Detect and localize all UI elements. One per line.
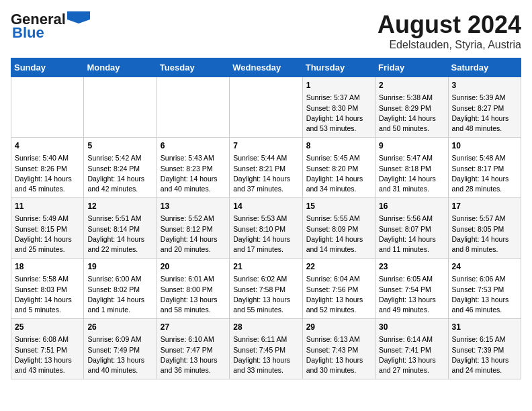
calendar-cell: 12Sunrise: 5:51 AMSunset: 8:14 PMDayligh…	[84, 198, 157, 259]
day-number: 8	[306, 140, 371, 152]
day-info-line: Sunset: 8:30 PM	[306, 103, 371, 113]
day-number: 10	[452, 140, 517, 152]
day-info-line: Sunset: 7:49 PM	[87, 345, 152, 355]
day-info-line: Sunset: 7:51 PM	[15, 345, 80, 355]
day-info-line: Sunrise: 6:13 AM	[306, 334, 371, 345]
day-info-line: Sunrise: 6:09 AM	[87, 334, 152, 345]
day-info-line: Daylight: 13 hours	[233, 355, 298, 365]
col-header-thursday: Thursday	[302, 58, 375, 77]
day-info-line: Daylight: 13 hours	[15, 355, 80, 365]
day-info-line: Sunset: 7:47 PM	[161, 345, 226, 355]
calendar-cell: 20Sunrise: 6:01 AMSunset: 8:00 PMDayligh…	[157, 259, 229, 319]
day-info-line: Sunrise: 6:10 AM	[161, 334, 226, 345]
day-info-line: Sunrise: 5:42 AM	[87, 153, 152, 163]
day-info-line: and 50 minutes.	[379, 124, 444, 134]
calendar-cell: 8Sunrise: 5:45 AMSunset: 8:20 PMDaylight…	[302, 138, 375, 198]
calendar-week-row: 18Sunrise: 5:58 AMSunset: 8:03 PMDayligh…	[11, 259, 521, 319]
day-info-line: Sunrise: 6:06 AM	[452, 274, 517, 284]
day-number: 7	[233, 140, 298, 152]
day-info-line: Sunset: 8:00 PM	[161, 285, 226, 295]
day-info-line: Sunrise: 5:53 AM	[233, 214, 298, 224]
day-number: 26	[87, 322, 152, 333]
col-header-sunday: Sunday	[11, 58, 84, 77]
col-header-friday: Friday	[375, 58, 448, 77]
day-info-line: Daylight: 13 hours	[233, 295, 298, 305]
day-info-line: Sunrise: 6:14 AM	[379, 334, 444, 345]
day-number: 25	[15, 322, 80, 333]
day-info-line: Sunrise: 5:55 AM	[306, 214, 371, 224]
day-info-line: Sunset: 8:15 PM	[15, 224, 80, 234]
day-info-line: Sunrise: 5:56 AM	[379, 214, 444, 224]
day-info-line: Sunrise: 6:08 AM	[15, 334, 80, 345]
day-info-line: Daylight: 14 hours	[161, 174, 226, 184]
day-info-line: and 1 minute.	[87, 305, 152, 315]
calendar-cell: 3Sunrise: 5:39 AMSunset: 8:27 PMDaylight…	[448, 77, 521, 138]
day-info-line: and 58 minutes.	[161, 305, 226, 315]
day-info-line: Sunset: 7:54 PM	[379, 285, 444, 295]
day-number: 3	[452, 80, 517, 91]
day-info-line: Sunrise: 6:15 AM	[452, 334, 517, 345]
logo-blue: Blue	[12, 24, 44, 42]
calendar-cell: 18Sunrise: 5:58 AMSunset: 8:03 PMDayligh…	[11, 259, 84, 319]
day-info-line: and 24 minutes.	[452, 365, 517, 375]
day-number: 19	[87, 261, 152, 273]
location-subtitle: Edelstauden, Styria, Austria	[378, 39, 521, 51]
calendar-cell	[230, 77, 302, 138]
day-info-line: Sunrise: 5:58 AM	[15, 274, 80, 284]
day-number: 12	[87, 201, 152, 212]
day-info-line: Daylight: 13 hours	[379, 355, 444, 365]
day-info-line: and 55 minutes.	[233, 305, 298, 315]
day-info-line: and 27 minutes.	[379, 365, 444, 375]
calendar-cell: 10Sunrise: 5:48 AMSunset: 8:17 PMDayligh…	[448, 138, 521, 198]
day-info-line: Sunset: 8:10 PM	[233, 224, 298, 234]
calendar-cell: 2Sunrise: 5:38 AMSunset: 8:29 PMDaylight…	[375, 77, 448, 138]
day-info-line: Sunrise: 5:39 AM	[452, 93, 517, 103]
day-info-line: Daylight: 14 hours	[161, 234, 226, 244]
calendar-cell: 23Sunrise: 6:05 AMSunset: 7:54 PMDayligh…	[375, 259, 448, 319]
day-info-line: and 11 minutes.	[379, 244, 444, 255]
day-info-line: and 48 minutes.	[452, 124, 517, 134]
day-info-line: and 5 minutes.	[15, 305, 80, 315]
day-info-line: Sunset: 7:53 PM	[452, 285, 517, 295]
calendar-cell: 6Sunrise: 5:43 AMSunset: 8:23 PMDaylight…	[157, 138, 229, 198]
day-number: 5	[87, 140, 152, 152]
day-info-line: Sunset: 8:02 PM	[87, 285, 152, 295]
day-info-line: Sunrise: 6:01 AM	[161, 274, 226, 284]
day-info-line: and 40 minutes.	[161, 184, 226, 194]
day-info-line: Sunset: 8:24 PM	[87, 164, 152, 174]
day-info-line: Daylight: 14 hours	[452, 174, 517, 184]
day-info-line: Sunrise: 5:48 AM	[452, 153, 517, 163]
calendar-cell: 29Sunrise: 6:13 AMSunset: 7:43 PMDayligh…	[302, 319, 375, 379]
day-info-line: Sunset: 8:26 PM	[15, 164, 80, 174]
day-info-line: and 43 minutes.	[15, 365, 80, 375]
day-info-line: Sunset: 8:07 PM	[379, 224, 444, 234]
day-info-line: and 31 minutes.	[379, 184, 444, 194]
day-info-line: Daylight: 14 hours	[15, 234, 80, 244]
calendar-cell: 17Sunrise: 5:57 AMSunset: 8:05 PMDayligh…	[448, 198, 521, 259]
day-info-line: Sunrise: 6:02 AM	[233, 274, 298, 284]
day-number: 4	[15, 140, 80, 152]
day-info-line: Sunset: 8:18 PM	[379, 164, 444, 174]
col-header-tuesday: Tuesday	[157, 58, 229, 77]
day-info-line: Sunset: 8:05 PM	[452, 224, 517, 234]
day-info-line: Sunrise: 5:52 AM	[161, 214, 226, 224]
calendar-cell: 5Sunrise: 5:42 AMSunset: 8:24 PMDaylight…	[84, 138, 157, 198]
day-number: 13	[161, 201, 226, 212]
calendar-cell: 1Sunrise: 5:37 AMSunset: 8:30 PMDaylight…	[302, 77, 375, 138]
day-number: 1	[306, 80, 371, 91]
calendar-cell: 25Sunrise: 6:08 AMSunset: 7:51 PMDayligh…	[11, 319, 84, 379]
day-info-line: and 42 minutes.	[87, 184, 152, 194]
logo-flag-icon	[67, 11, 90, 24]
day-info-line: Sunrise: 5:45 AM	[306, 153, 371, 163]
title-block: August 2024 Edelstauden, Styria, Austria	[378, 11, 521, 51]
day-info-line: Sunrise: 6:00 AM	[87, 274, 152, 284]
day-info-line: Sunrise: 6:05 AM	[379, 274, 444, 284]
day-info-line: Daylight: 14 hours	[87, 174, 152, 184]
day-info-line: Daylight: 14 hours	[379, 113, 444, 124]
day-info-line: Sunset: 8:09 PM	[306, 224, 371, 234]
day-info-line: Daylight: 13 hours	[161, 295, 226, 305]
day-info-line: Sunrise: 5:43 AM	[161, 153, 226, 163]
day-info-line: and 20 minutes.	[161, 244, 226, 255]
day-info-line: Daylight: 14 hours	[306, 174, 371, 184]
day-number: 28	[233, 322, 298, 333]
